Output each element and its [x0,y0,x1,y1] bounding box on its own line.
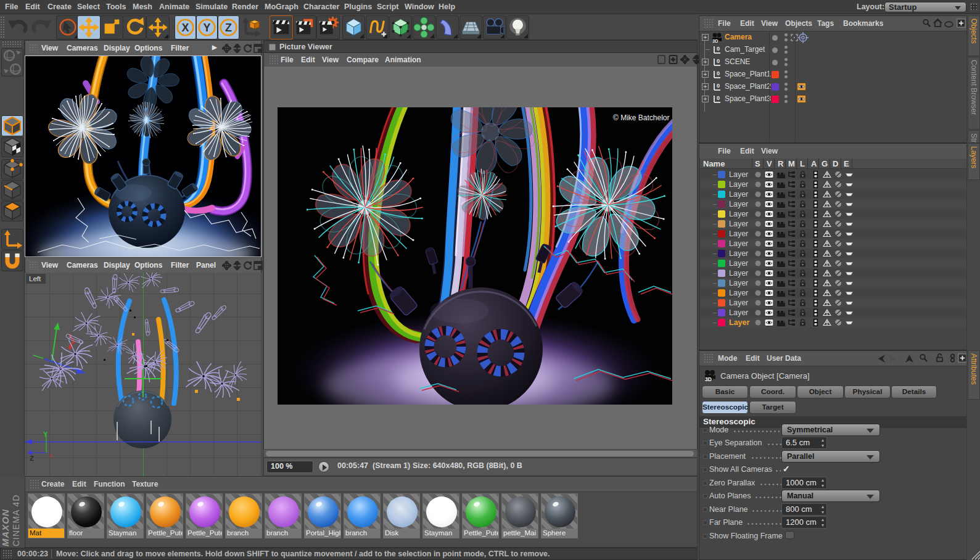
svg-text:Z: Z [225,22,232,34]
svg-text:3D: 3D [712,38,719,43]
svg-text:0: 0 [717,70,720,76]
svg-text:Left: Left [29,275,41,282]
svg-text:0: 0 [717,46,720,52]
svg-text:X: X [182,22,189,34]
svg-text:0: 0 [717,83,720,89]
svg-text:Y: Y [204,22,211,34]
svg-text:x: x [49,452,52,459]
svg-text:Z: Z [30,455,34,462]
svg-text:3D: 3D [705,376,712,382]
svg-text:0: 0 [717,58,720,64]
svg-text:Y: Y [43,430,48,438]
svg-text:0: 0 [717,95,720,101]
svg-text:© Mike Batchelor: © Mike Batchelor [613,113,670,122]
